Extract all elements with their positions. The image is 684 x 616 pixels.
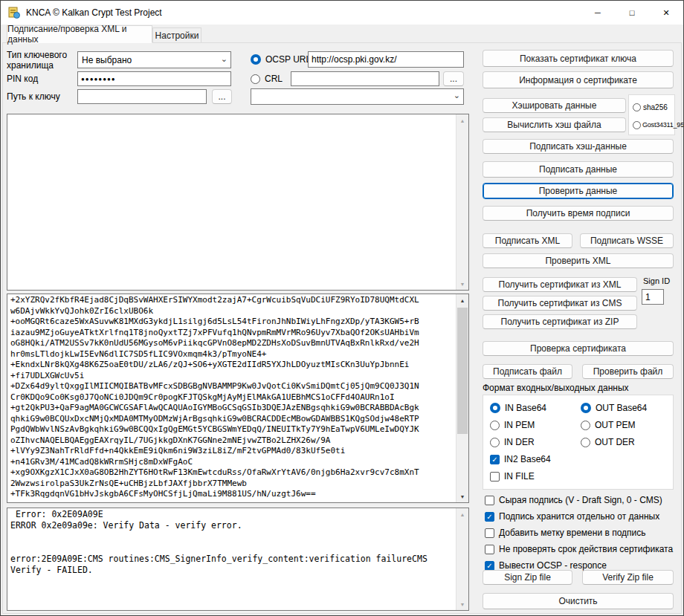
detached-signature-checkbox[interactable]: Подпись хранится отдельно от данных — [485, 510, 659, 523]
checkbox-checked-icon — [485, 561, 494, 571]
crl-label: CRL — [265, 74, 283, 84]
signature-data-textbox[interactable]: +2xYZRQv2fKbfR4Ejad8CjDqBSvWAHXErSIWYXmo… — [10, 295, 454, 502]
get-sign-time-button[interactable]: Получить время подписи — [483, 206, 674, 221]
signature-scrollbar[interactable]: ▲ ▼ — [456, 294, 468, 502]
hash-file-button[interactable]: Вычислить хэш файла — [483, 117, 626, 132]
input-data-scrollbar[interactable]: ▲ ▼ — [456, 114, 468, 290]
checkbox-checked-icon — [485, 512, 494, 522]
verify-xml-button[interactable]: Проверить XML — [483, 253, 674, 268]
tab-settings[interactable]: Настройки — [152, 27, 201, 43]
verify-file-button[interactable]: Проверить файл — [582, 364, 674, 379]
input-data-panel: ▲ ▼ — [7, 114, 469, 291]
timestamp-checkbox[interactable]: Добавить метку времени в подпись — [485, 526, 646, 539]
gost-label: Gost34311_95 — [642, 121, 684, 129]
radio-off-icon — [581, 438, 590, 447]
key-path-input[interactable] — [77, 89, 207, 104]
verify-certificate-button[interactable]: Проверка сертификата — [483, 341, 674, 356]
raw-sign-checkbox[interactable]: Сырая подпись (V - Draft Sign, 0 - CMS) — [485, 493, 662, 507]
sign-xml-button[interactable]: Подписать XML — [483, 233, 572, 248]
pin-input[interactable] — [77, 71, 231, 86]
hash-data-button[interactable]: Хэшировать данные — [483, 98, 626, 113]
out-base64-radio[interactable]: OUT Base64 — [581, 401, 647, 415]
log-textbox[interactable]: Error: 0x2E09A09E ERROR 0x2e09a09e: Veri… — [10, 509, 454, 609]
close-icon[interactable]: ✕ — [649, 1, 683, 25]
gost-radio[interactable]: Gost34311_95 — [633, 118, 684, 132]
sha256-label: sha256 — [643, 103, 668, 111]
log-panel: Error: 0x2E09A09E ERROR 0x2e09a09e: Veri… — [7, 508, 469, 611]
sign-hash-button[interactable]: Подписать хэш-данные — [483, 139, 674, 154]
window-title: KNCA © Kalkan Crypt Test Project — [26, 7, 162, 18]
scrollbar-thumb[interactable] — [457, 308, 468, 434]
checkbox-unchecked-icon — [485, 545, 494, 554]
show-certificate-button[interactable]: Показать сертификат ключа — [483, 50, 674, 67]
in-pem-radio[interactable]: IN PEM — [490, 418, 535, 432]
checkbox-checked-icon — [490, 455, 500, 464]
in-file-checkbox[interactable]: IN FILE — [490, 470, 535, 483]
crl-radio[interactable]: CRL — [251, 72, 283, 85]
cert-from-cms-button[interactable]: Получить сертификат из CMS — [483, 296, 637, 311]
checkbox-unchecked-icon — [485, 528, 494, 538]
input-data-textbox[interactable] — [10, 115, 454, 289]
keystore-type-label: Тип ключевого хранилища — [7, 50, 77, 71]
sign-file-button[interactable]: Подписать файл — [483, 364, 572, 379]
verify-zip-button[interactable]: Verify Zip file — [582, 570, 674, 585]
in-base64-label: IN Base64 — [505, 403, 546, 413]
radio-on-icon — [251, 54, 261, 65]
scroll-down-icon[interactable]: ▼ — [456, 598, 468, 610]
keystore-type-select[interactable]: Не выбрано ⌄ — [77, 51, 231, 68]
hash-algo-panel: sha256 Gost34311_95 — [628, 94, 675, 135]
tab-signing[interactable]: Подписание/проверка XML и данных — [7, 25, 152, 43]
verify-data-button[interactable]: Проверить данные — [483, 183, 674, 199]
ocsp-url-radio[interactable]: OCSP URL — [251, 53, 311, 66]
minimize-icon[interactable]: ─ — [581, 1, 615, 25]
sign-zip-button[interactable]: Sign Zip file — [483, 570, 572, 585]
scroll-down-icon[interactable]: ▼ — [456, 278, 468, 290]
keystore-type-value: Не выбрано — [82, 55, 132, 65]
chevron-down-icon: ⌄ — [454, 91, 460, 100]
radio-off-icon — [633, 121, 641, 129]
crl-browse-button[interactable]: ... — [443, 71, 464, 86]
in-der-radio[interactable]: IN DER — [490, 435, 535, 449]
caption-buttons: ─ □ ✕ — [581, 1, 683, 25]
cert-from-xml-button[interactable]: Получить сертификат из XML — [483, 277, 637, 292]
scroll-up-icon[interactable]: ▲ — [456, 114, 468, 126]
maximize-icon[interactable]: □ — [615, 1, 649, 25]
ocsp-url-input[interactable] — [308, 51, 464, 68]
out-der-radio[interactable]: OUT DER — [581, 435, 635, 449]
in-pem-label: IN PEM — [504, 420, 535, 430]
sha256-radio[interactable]: sha256 — [633, 100, 668, 114]
clear-button[interactable]: Очистить — [483, 593, 674, 609]
out-pem-radio[interactable]: OUT PEM — [581, 418, 635, 432]
timestamp-label: Добавить метку времени в подпись — [499, 528, 646, 538]
out-der-label: OUT DER — [595, 437, 635, 447]
sign-wsse-button[interactable]: Подписать WSSE — [580, 233, 674, 248]
in2-base64-checkbox[interactable]: IN2 Base64 — [490, 453, 551, 466]
extra-select[interactable]: ⌄ — [251, 88, 464, 105]
sign-data-button[interactable]: Подписать данные — [483, 161, 674, 178]
log-scrollbar[interactable]: ▲ ▼ — [456, 508, 468, 610]
cert-from-zip-button[interactable]: Получить сертификат из ZIP — [483, 314, 637, 329]
sign-id-input[interactable] — [642, 289, 664, 305]
raw-sign-label: Сырая подпись (V - Draft Sign, 0 - CMS) — [499, 495, 662, 505]
skip-expiry-label: Не проверять срок действия сертификата — [499, 544, 673, 554]
skip-expiry-checkbox[interactable]: Не проверять срок действия сертификата — [485, 542, 673, 556]
checkbox-unchecked-icon — [485, 496, 494, 505]
radio-off-icon — [581, 421, 590, 430]
radio-off-icon — [490, 421, 500, 430]
scroll-up-icon[interactable]: ▲ — [456, 294, 468, 306]
ocsp-url-label: OCSP URL — [265, 54, 311, 65]
key-path-browse-button[interactable]: ... — [212, 89, 232, 104]
crl-input[interactable] — [291, 71, 439, 86]
radio-off-icon — [633, 103, 641, 111]
sign-id-label: Sign ID — [643, 276, 670, 285]
app-icon — [8, 7, 20, 19]
app-window: KNCA © Kalkan Crypt Test Project ─ □ ✕ П… — [0, 0, 684, 616]
scroll-down-icon[interactable]: ▼ — [456, 490, 468, 502]
scroll-up-icon[interactable]: ▲ — [456, 508, 468, 520]
certificate-info-button[interactable]: Информация о сертификате — [483, 71, 674, 88]
in2-base64-label: IN2 Base64 — [504, 454, 551, 464]
out-base64-label: OUT Base64 — [596, 403, 647, 413]
key-path-label: Путь к ключу — [7, 91, 60, 102]
in-base64-radio[interactable]: IN Base64 — [490, 401, 546, 415]
checkbox-unchecked-icon — [490, 472, 500, 482]
